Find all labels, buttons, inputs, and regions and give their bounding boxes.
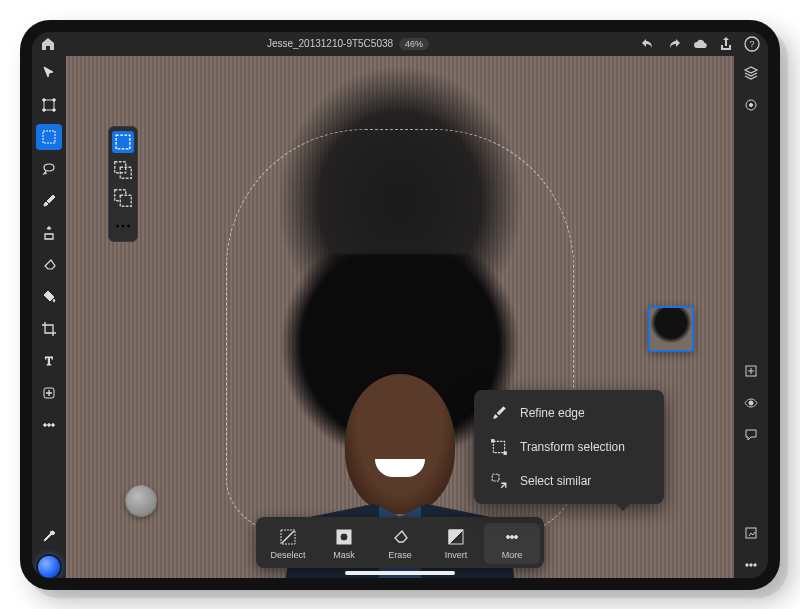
svg-rect-29	[493, 441, 504, 452]
transform-selection-icon	[490, 438, 508, 456]
export-icon[interactable]	[738, 520, 764, 546]
svg-text:T: T	[45, 354, 53, 368]
more-icon	[502, 527, 522, 547]
comments-icon[interactable]	[738, 422, 764, 448]
touch-shortcut-puck[interactable]	[126, 486, 156, 516]
svg-point-10	[44, 423, 47, 426]
svg-point-20	[127, 224, 130, 227]
svg-rect-13	[116, 135, 130, 149]
home-indicator[interactable]	[345, 571, 455, 575]
svg-rect-31	[504, 451, 507, 454]
spot-heal-tool[interactable]	[36, 380, 62, 406]
svg-text:?: ?	[749, 39, 754, 49]
more-popover: Refine edge Transform selection Select s…	[474, 390, 664, 504]
svg-rect-2	[44, 100, 54, 110]
lasso-tool[interactable]	[36, 156, 62, 182]
move-tool[interactable]	[36, 60, 62, 86]
transform-selection-item[interactable]: Transform selection	[474, 430, 664, 464]
more-tools[interactable]	[36, 412, 62, 438]
foreground-color-chip[interactable]	[38, 556, 60, 578]
crop-tool[interactable]	[36, 316, 62, 342]
svg-point-3	[43, 98, 46, 101]
svg-point-34	[750, 103, 753, 106]
refine-edge-icon	[490, 404, 508, 422]
mask-icon	[334, 527, 354, 547]
transform-tool[interactable]	[36, 92, 62, 118]
eraser-tool[interactable]	[36, 252, 62, 278]
right-taskbar	[734, 56, 768, 578]
eyedropper-tool[interactable]	[36, 524, 62, 550]
svg-point-18	[116, 224, 119, 227]
select-similar-icon	[490, 472, 508, 490]
device-frame: Jesse_20131210-9T5C5038 46% ?	[20, 20, 780, 590]
document-title: Jesse_20131210-9T5C5038	[267, 38, 393, 49]
svg-rect-17	[120, 195, 131, 206]
svg-point-4	[53, 98, 56, 101]
selection-action-toolbar: Deselect Mask Erase Invert	[256, 517, 544, 568]
redo-icon[interactable]	[666, 36, 682, 52]
app-screen: Jesse_20131210-9T5C5038 46% ?	[32, 32, 768, 578]
svg-point-19	[122, 224, 125, 227]
undo-icon[interactable]	[640, 36, 656, 52]
svg-point-40	[754, 563, 756, 565]
layers-panel-icon[interactable]	[738, 60, 764, 86]
select-similar-item[interactable]: Select similar	[474, 464, 664, 498]
left-toolbar: T	[32, 56, 66, 578]
home-icon[interactable]	[40, 36, 56, 52]
svg-rect-7	[43, 131, 55, 143]
topbar: Jesse_20131210-9T5C5038 46% ?	[32, 32, 768, 56]
tool-options-panel	[108, 126, 138, 242]
fill-tool[interactable]	[36, 284, 62, 310]
clone-tool[interactable]	[36, 220, 62, 246]
svg-point-6	[53, 108, 56, 111]
mask-button[interactable]: Mask	[316, 523, 372, 564]
refine-edge-item[interactable]: Refine edge	[474, 396, 664, 430]
option-subtract-selection[interactable]	[112, 187, 134, 209]
brush-tool[interactable]	[36, 188, 62, 214]
svg-point-5	[43, 108, 46, 111]
erase-icon	[390, 527, 410, 547]
type-tool[interactable]: T	[36, 348, 62, 374]
svg-point-36	[749, 401, 753, 405]
option-settings[interactable]	[112, 215, 134, 237]
panel-more-icon[interactable]	[738, 552, 764, 578]
svg-point-24	[340, 533, 348, 541]
svg-point-39	[750, 563, 752, 565]
invert-icon	[446, 527, 466, 547]
svg-point-27	[511, 535, 514, 538]
invert-button[interactable]: Invert	[428, 523, 484, 564]
erase-button[interactable]: Erase	[372, 523, 428, 564]
zoom-badge[interactable]: 46%	[399, 38, 429, 50]
svg-line-22	[282, 531, 294, 543]
svg-point-11	[48, 423, 51, 426]
svg-point-38	[746, 563, 748, 565]
deselect-button[interactable]: Deselect	[260, 523, 316, 564]
canvas[interactable]: Deselect Mask Erase Invert	[66, 56, 734, 578]
selection-tool[interactable]	[36, 124, 62, 150]
help-icon[interactable]: ?	[744, 36, 760, 52]
properties-panel-icon[interactable]	[738, 92, 764, 118]
svg-point-26	[507, 535, 510, 538]
more-button[interactable]: More	[484, 523, 540, 564]
share-icon[interactable]	[718, 36, 734, 52]
add-layer-icon[interactable]	[738, 358, 764, 384]
active-layer-thumbnail[interactable]	[648, 306, 694, 352]
svg-rect-30	[491, 439, 494, 442]
visibility-icon[interactable]	[738, 390, 764, 416]
svg-rect-32	[492, 474, 499, 481]
option-new-selection[interactable]	[112, 131, 134, 153]
cloud-icon[interactable]	[692, 36, 708, 52]
option-add-selection[interactable]	[112, 159, 134, 181]
svg-point-28	[515, 535, 518, 538]
svg-point-12	[52, 423, 55, 426]
deselect-icon	[278, 527, 298, 547]
